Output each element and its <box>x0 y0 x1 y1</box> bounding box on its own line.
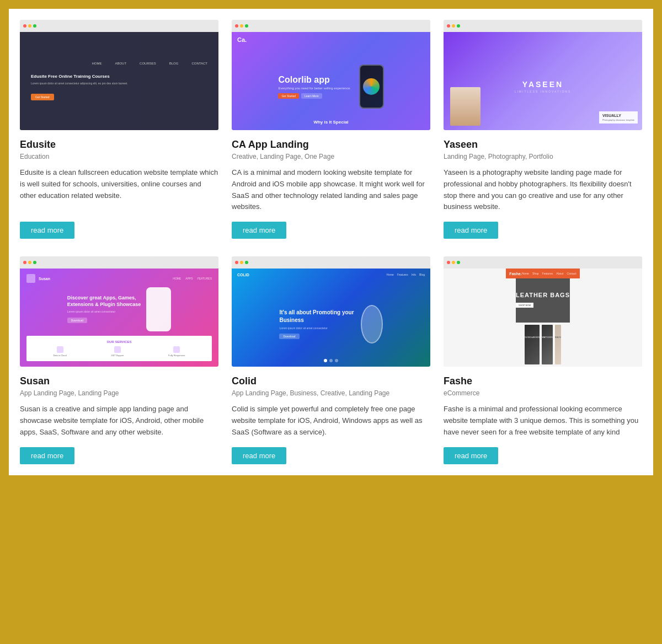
dot-green <box>245 24 248 28</box>
dot-yellow <box>240 24 243 28</box>
mock-ca-screen: Ca. Colorlib app Everything you need for… <box>232 32 430 130</box>
read-more-button-colid[interactable]: read more <box>232 447 286 464</box>
card-desc-ca: CA is a minimal and modern looking websi… <box>232 167 430 213</box>
dot-red <box>447 24 450 28</box>
card-tags-edusite: Education <box>20 153 218 160</box>
card-desc-susan: Susan is a creative and simple app landi… <box>20 404 218 438</box>
address-bar <box>38 22 153 26</box>
card-desc-colid: Colid is simple yet powerful and complet… <box>232 404 430 438</box>
fashe-hero-text: LEATHER BAGS <box>516 292 570 298</box>
fashe-hero: LEATHER BAGS SHOP NOW <box>516 278 570 323</box>
mock-fashe-screen: Fashe. Home Shop Features About Contact <box>444 269 642 367</box>
card-tags-susan: App Landing Page, Landing Page <box>20 389 218 397</box>
card-ca-app: Ca. Colorlib app Everything you need for… <box>232 20 430 239</box>
mock-edusite-screen: HOME ABOUT COURSES BLOG CONTACT Edusite … <box>20 32 218 130</box>
read-more-button-edusite[interactable]: read more <box>20 222 74 239</box>
fashe-product-sunglasses: SUNGLASSES <box>525 325 540 364</box>
card-desc-edusite: Edusite is a clean fullscreen education … <box>20 167 218 213</box>
fashe-product-bags: BAGS <box>555 325 561 364</box>
fashe-product-watches: WATCHES <box>542 325 553 364</box>
mock-yaseen-screen: YASEEN LIMITLESS INNOVATIONS VISUALLY Ph… <box>444 32 642 130</box>
dot-green <box>245 261 248 264</box>
fashe-logo: Fashe. <box>509 272 521 276</box>
mock-susan-screen: Susan HOME APPS FEATURES Discover great … <box>20 269 218 367</box>
card-tags-colid: App Landing Page, Business, Creative, La… <box>232 389 430 397</box>
dot-yellow <box>240 261 243 264</box>
card-desc-yaseen: Yaseen is a photography website landing … <box>444 167 642 213</box>
card-image-yaseen: YASEEN LIMITLESS INNOVATIONS VISUALLY Ph… <box>444 20 642 130</box>
dot-red <box>235 261 238 264</box>
card-title-susan: Susan <box>20 375 218 387</box>
card-title-colid: Colid <box>232 375 430 387</box>
dot-yellow <box>28 261 31 264</box>
address-bar <box>462 22 577 26</box>
fashe-products: SUNGLASSES WATCHES BAGS <box>522 323 563 367</box>
fashe-nav: Fashe. Home Shop Features About Contact <box>506 269 579 278</box>
dot-red <box>23 24 26 28</box>
dot-yellow <box>452 261 455 264</box>
read-more-button-yaseen[interactable]: read more <box>444 222 498 239</box>
card-image-ca: Ca. Colorlib app Everything you need for… <box>232 20 430 130</box>
dot-yellow <box>28 24 31 28</box>
card-tags-yaseen: Landing Page, Photography, Portfolio <box>444 153 642 160</box>
read-more-button-fashe[interactable]: read more <box>444 447 498 464</box>
card-edusite: HOME ABOUT COURSES BLOG CONTACT Edusite … <box>20 20 218 239</box>
mock-colid-screen: COLID Home Features Info Blog It's all a… <box>232 269 430 367</box>
dot-green <box>457 24 460 28</box>
read-more-button-ca[interactable]: read more <box>232 222 286 239</box>
address-bar <box>250 22 365 26</box>
card-colid: COLID Home Features Info Blog It's all a… <box>232 256 430 464</box>
dot-green <box>457 261 460 264</box>
address-bar <box>38 259 153 263</box>
card-grid: HOME ABOUT COURSES BLOG CONTACT Edusite … <box>9 9 653 475</box>
card-image-susan: Susan HOME APPS FEATURES Discover great … <box>20 256 218 367</box>
card-title-ca: CA App Landing <box>232 139 430 151</box>
card-title-yaseen: Yaseen <box>444 139 642 151</box>
dot-green <box>33 24 36 28</box>
dot-red <box>447 261 450 264</box>
address-bar <box>250 259 365 263</box>
address-bar <box>462 259 577 263</box>
card-susan: Susan HOME APPS FEATURES Discover great … <box>20 256 218 464</box>
dot-green <box>33 261 36 264</box>
card-desc-fashe: Fashe is a minimal and professional look… <box>444 404 642 438</box>
dot-red <box>235 24 238 28</box>
card-image-fashe: Fashe. Home Shop Features About Contact <box>444 256 642 367</box>
card-image-colid: COLID Home Features Info Blog It's all a… <box>232 256 430 367</box>
card-yaseen: YASEEN LIMITLESS INNOVATIONS VISUALLY Ph… <box>444 20 642 239</box>
card-fashe: Fashe. Home Shop Features About Contact <box>444 256 642 464</box>
card-tags-fashe: eCommerce <box>444 389 642 397</box>
dot-yellow <box>452 24 455 28</box>
card-image-edusite: HOME ABOUT COURSES BLOG CONTACT Edusite … <box>20 20 218 130</box>
card-tags-ca: Creative, Landing Page, One Page <box>232 153 430 160</box>
dot-red <box>23 261 26 264</box>
read-more-button-susan[interactable]: read more <box>20 447 74 464</box>
card-title-edusite: Edusite <box>20 139 218 151</box>
card-title-fashe: Fashe <box>444 375 642 387</box>
